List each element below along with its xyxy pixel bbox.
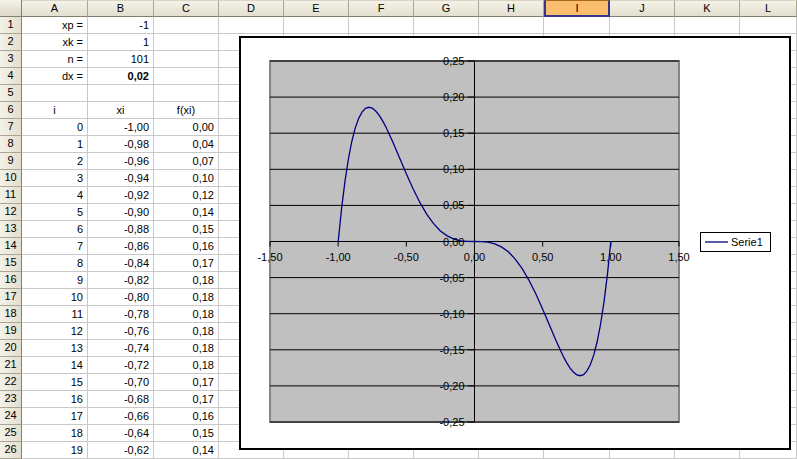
row-header-13[interactable]: 13 [0, 221, 22, 238]
row-header-17[interactable]: 17 [0, 289, 22, 306]
row-header-11[interactable]: 11 [0, 187, 22, 204]
cell-B22[interactable]: -0,70 [88, 374, 154, 391]
row-header-22[interactable]: 22 [0, 374, 22, 391]
cell-C26[interactable]: 0,14 [154, 442, 219, 459]
row-header-1[interactable]: 1 [0, 17, 22, 34]
cell-A12[interactable]: 5 [22, 204, 88, 221]
cell-C9[interactable]: 0,07 [154, 153, 219, 170]
cell-B7[interactable]: -1,00 [88, 119, 154, 136]
cell-C7[interactable]: 0,00 [154, 119, 219, 136]
column-header-G[interactable]: G [414, 0, 479, 17]
cell-B5[interactable] [88, 85, 154, 102]
row-header-16[interactable]: 16 [0, 272, 22, 289]
row-header-20[interactable]: 20 [0, 340, 22, 357]
row-header-23[interactable]: 23 [0, 391, 22, 408]
cell-G1[interactable] [414, 17, 479, 34]
cell-L1[interactable] [740, 17, 797, 34]
cell-B21[interactable]: -0,72 [88, 357, 154, 374]
cell-A9[interactable]: 2 [22, 153, 88, 170]
cell-C1[interactable] [154, 17, 219, 34]
cell-C12[interactable]: 0,14 [154, 204, 219, 221]
cell-C22[interactable]: 0,17 [154, 374, 219, 391]
cell-A16[interactable]: 9 [22, 272, 88, 289]
cell-A2[interactable]: xk = [22, 34, 88, 51]
cell-A5[interactable] [22, 85, 88, 102]
column-header-I[interactable]: I [544, 0, 610, 17]
cell-A13[interactable]: 6 [22, 221, 88, 238]
cell-C14[interactable]: 0,16 [154, 238, 219, 255]
cell-B24[interactable]: -0,66 [88, 408, 154, 425]
cell-A17[interactable]: 10 [22, 289, 88, 306]
cell-K1[interactable] [675, 17, 740, 34]
cell-A14[interactable]: 7 [22, 238, 88, 255]
cell-C20[interactable]: 0,18 [154, 340, 219, 357]
cell-A7[interactable]: 0 [22, 119, 88, 136]
column-header-L[interactable]: L [740, 0, 797, 17]
cell-B18[interactable]: -0,78 [88, 306, 154, 323]
cell-C17[interactable]: 0,18 [154, 289, 219, 306]
cell-A18[interactable]: 11 [22, 306, 88, 323]
cell-A1[interactable]: xp = [22, 17, 88, 34]
cell-C11[interactable]: 0,12 [154, 187, 219, 204]
cell-B13[interactable]: -0,88 [88, 221, 154, 238]
cell-A15[interactable]: 8 [22, 255, 88, 272]
cell-B11[interactable]: -0,92 [88, 187, 154, 204]
cell-C8[interactable]: 0,04 [154, 136, 219, 153]
cell-A21[interactable]: 14 [22, 357, 88, 374]
column-header-H[interactable]: H [479, 0, 544, 17]
cell-C24[interactable]: 0,16 [154, 408, 219, 425]
cell-B23[interactable]: -0,68 [88, 391, 154, 408]
column-header-D[interactable]: D [219, 0, 284, 17]
cell-B9[interactable]: -0,96 [88, 153, 154, 170]
cell-B26[interactable]: -0,62 [88, 442, 154, 459]
cell-A4[interactable]: dx = [22, 68, 88, 85]
row-header-4[interactable]: 4 [0, 68, 22, 85]
row-header-3[interactable]: 3 [0, 51, 22, 68]
row-header-9[interactable]: 9 [0, 153, 22, 170]
row-header-15[interactable]: 15 [0, 255, 22, 272]
row-header-8[interactable]: 8 [0, 136, 22, 153]
cell-C25[interactable]: 0,15 [154, 425, 219, 442]
cell-A6[interactable]: i [22, 102, 88, 119]
cell-B17[interactable]: -0,80 [88, 289, 154, 306]
cell-A8[interactable]: 1 [22, 136, 88, 153]
cell-B12[interactable]: -0,90 [88, 204, 154, 221]
cell-A25[interactable]: 18 [22, 425, 88, 442]
cell-B20[interactable]: -0,74 [88, 340, 154, 357]
column-header-C[interactable]: C [154, 0, 219, 17]
row-header-6[interactable]: 6 [0, 102, 22, 119]
cell-A19[interactable]: 12 [22, 323, 88, 340]
cell-C21[interactable]: 0,18 [154, 357, 219, 374]
cell-B14[interactable]: -0,86 [88, 238, 154, 255]
cell-B3[interactable]: 101 [88, 51, 154, 68]
cell-A23[interactable]: 16 [22, 391, 88, 408]
cell-A26[interactable]: 19 [22, 442, 88, 459]
cell-I1[interactable] [544, 17, 610, 34]
cell-C13[interactable]: 0,15 [154, 221, 219, 238]
row-header-10[interactable]: 10 [0, 170, 22, 187]
row-header-5[interactable]: 5 [0, 85, 22, 102]
row-header-18[interactable]: 18 [0, 306, 22, 323]
cell-B2[interactable]: 1 [88, 34, 154, 51]
column-header-J[interactable]: J [610, 0, 675, 17]
cell-B6[interactable]: xi [88, 102, 154, 119]
cell-B1[interactable]: -1 [88, 17, 154, 34]
cell-B10[interactable]: -0,94 [88, 170, 154, 187]
row-header-12[interactable]: 12 [0, 204, 22, 221]
cell-B15[interactable]: -0,84 [88, 255, 154, 272]
row-header-24[interactable]: 24 [0, 408, 22, 425]
row-header-21[interactable]: 21 [0, 357, 22, 374]
cell-F1[interactable] [349, 17, 414, 34]
cell-B25[interactable]: -0,64 [88, 425, 154, 442]
column-header-A[interactable]: A [22, 0, 88, 17]
cell-A22[interactable]: 15 [22, 374, 88, 391]
cell-C19[interactable]: 0,18 [154, 323, 219, 340]
cell-C2[interactable] [154, 34, 219, 51]
cell-C4[interactable] [154, 68, 219, 85]
cell-C16[interactable]: 0,18 [154, 272, 219, 289]
column-header-K[interactable]: K [675, 0, 740, 17]
row-header-19[interactable]: 19 [0, 323, 22, 340]
cell-C18[interactable]: 0,18 [154, 306, 219, 323]
cell-A11[interactable]: 4 [22, 187, 88, 204]
cell-B8[interactable]: -0,98 [88, 136, 154, 153]
